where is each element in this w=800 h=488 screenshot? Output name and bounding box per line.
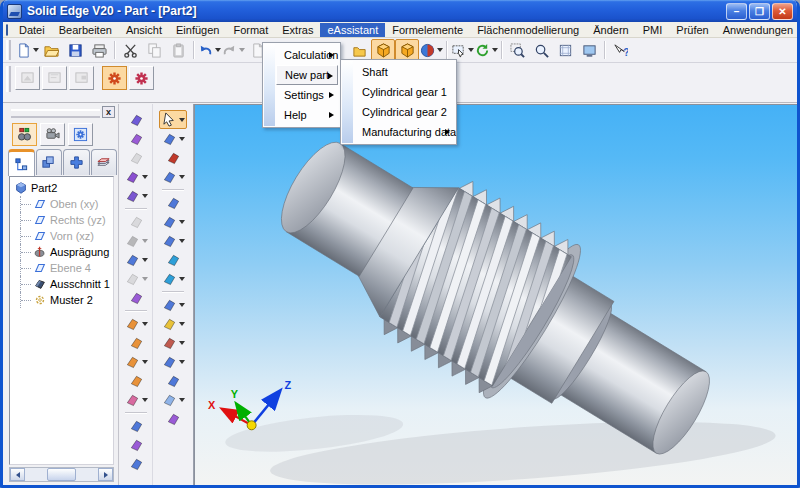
surface-tool-12-button[interactable] <box>122 435 150 454</box>
fit-view-button[interactable] <box>553 39 577 61</box>
feature-tool-8-button[interactable] <box>159 333 187 352</box>
undo-button[interactable] <box>197 39 221 61</box>
dropdown-arrow-icon[interactable] <box>468 48 474 52</box>
shaded-view-button[interactable] <box>371 39 395 61</box>
menubar-item-ndern[interactable]: Ändern <box>586 23 635 37</box>
sketch-step-button[interactable] <box>15 66 40 90</box>
surface-tool-8-button[interactable] <box>122 250 150 269</box>
tab-feature-pathfinder[interactable] <box>8 149 35 176</box>
feature-playback-button[interactable] <box>40 123 65 146</box>
curve-tool-4-button[interactable] <box>122 371 150 390</box>
dropdown-arrow-icon[interactable] <box>179 137 185 141</box>
eassistant-exchange-button[interactable] <box>129 66 154 90</box>
redo-button[interactable] <box>221 39 245 61</box>
surface-tool-11-button[interactable] <box>122 416 150 435</box>
menubar-item-format[interactable]: Format <box>226 23 275 37</box>
shaded-with-edges-view-button[interactable] <box>395 39 419 61</box>
surface-tool-7-button[interactable] <box>122 231 150 250</box>
submenu-item-manufacturing-data[interactable]: Manufacturing data <box>354 122 454 142</box>
scroll-thumb[interactable] <box>47 468 76 481</box>
dropdown-arrow-icon[interactable] <box>142 398 148 402</box>
dropdown-arrow-icon[interactable] <box>179 239 185 243</box>
surface-tool-6-button[interactable] <box>122 212 150 231</box>
surface-tool-9-button[interactable] <box>122 269 150 288</box>
save-button[interactable] <box>63 39 87 61</box>
dimension-step-button[interactable] <box>69 66 94 90</box>
profile-step-button[interactable] <box>42 66 67 90</box>
copy-button[interactable] <box>142 39 166 61</box>
goto-feature-button[interactable] <box>12 123 37 146</box>
submenu-item-cylindrical-gear-1[interactable]: Cylindrical gear 1 <box>354 82 454 102</box>
select-area-button[interactable] <box>450 39 474 61</box>
tree-item-part2[interactable]: Part2 <box>14 180 113 196</box>
dropdown-arrow-icon[interactable] <box>179 220 185 224</box>
dropdown-arrow-icon[interactable] <box>179 341 185 345</box>
surface-tool-1-button[interactable] <box>122 110 150 129</box>
previous-view-button[interactable] <box>577 39 601 61</box>
menubar-item-formelemente[interactable]: Formelemente <box>385 23 470 37</box>
curve-tool-5-button[interactable] <box>122 390 150 409</box>
surface-tool-10-button[interactable] <box>122 288 150 307</box>
surface-tool-13-button[interactable] <box>122 454 150 473</box>
menubar-item-einf-gen[interactable]: Einfügen <box>169 23 226 37</box>
scroll-track[interactable] <box>25 468 98 481</box>
close-button[interactable]: ✕ <box>772 3 793 20</box>
new-document-button[interactable] <box>15 39 39 61</box>
dropdown-arrow-icon[interactable] <box>142 175 148 179</box>
tree-item-oben-xy[interactable]: Oben (xy) <box>14 196 113 212</box>
zoom-area-button[interactable] <box>505 39 529 61</box>
view-style-button[interactable] <box>419 39 443 61</box>
tab-family-of-parts[interactable] <box>36 149 63 175</box>
feature-tool-2-button[interactable] <box>159 212 187 231</box>
named-views-button[interactable] <box>347 39 371 61</box>
toolbar-grip[interactable] <box>6 66 11 92</box>
tree-item-ebene-4[interactable]: Ebene 4 <box>14 260 113 276</box>
dropdown-arrow-icon[interactable] <box>239 48 245 52</box>
paste-button[interactable] <box>166 39 190 61</box>
feature-tool-9-button[interactable] <box>159 352 187 371</box>
dropdown-arrow-icon[interactable] <box>437 48 443 52</box>
dropdown-arrow-icon[interactable] <box>142 322 148 326</box>
plane-tool-button[interactable] <box>159 390 187 409</box>
menubar-item-fl-chenmodellierung[interactable]: Flächenmodellierung <box>470 23 586 37</box>
curve-tool-1-button[interactable] <box>122 314 150 333</box>
dropdown-arrow-icon[interactable] <box>179 175 185 179</box>
tree-hscrollbar[interactable] <box>9 467 114 482</box>
menubar-item-pr-fen[interactable]: Prüfen <box>669 23 715 37</box>
open-button[interactable] <box>39 39 63 61</box>
tree-item-ausschnitt-1[interactable]: Ausschnitt 1 <box>14 276 113 292</box>
sketch-tool-button[interactable] <box>159 129 187 148</box>
menu-item-settings[interactable]: Settings <box>276 85 338 105</box>
select-tool-button[interactable] <box>159 110 187 129</box>
menubar-item-anwendungen[interactable]: Anwendungen <box>716 23 800 37</box>
dropdown-arrow-icon[interactable] <box>179 277 185 281</box>
minimize-button[interactable]: – <box>726 3 747 20</box>
toolbar-grip[interactable] <box>6 40 11 59</box>
protrusion-tool-button[interactable] <box>159 148 187 167</box>
tree-item-vorn-xz[interactable]: Vorn (xz) <box>14 228 113 244</box>
feature-tool-4-button[interactable] <box>159 250 187 269</box>
dropdown-arrow-icon[interactable] <box>142 194 148 198</box>
menubar-item-extras[interactable]: Extras <box>275 23 320 37</box>
menubar-item-pmi[interactable]: PMI <box>636 23 670 37</box>
scroll-right-icon[interactable] <box>98 468 113 481</box>
menubar-item-bearbeiten[interactable]: Bearbeiten <box>52 23 119 37</box>
feature-tool-10-button[interactable] <box>159 409 187 428</box>
menubar-item-eassistant[interactable]: eAssistant <box>320 23 385 37</box>
tab-layers[interactable] <box>91 149 118 175</box>
dropdown-arrow-icon[interactable] <box>179 303 185 307</box>
submenu-item-shaft[interactable]: Shaft <box>354 62 454 82</box>
menu-item-calculation[interactable]: Calculation <box>276 45 338 65</box>
cut-button[interactable] <box>118 39 142 61</box>
dropdown-arrow-icon[interactable] <box>142 277 148 281</box>
maximize-button[interactable]: ❐ <box>749 3 770 20</box>
feature-tool-7-button[interactable] <box>159 314 187 333</box>
edgebar-options-button[interactable] <box>68 123 93 146</box>
feature-tool-5-button[interactable] <box>159 269 187 288</box>
menu-item-new-part[interactable]: New part <box>276 65 338 85</box>
dropdown-arrow-icon[interactable] <box>142 360 148 364</box>
surface-tool-4-button[interactable] <box>122 167 150 186</box>
help-button[interactable] <box>608 39 632 61</box>
feature-tool-6-button[interactable] <box>159 295 187 314</box>
dropdown-arrow-icon[interactable] <box>179 398 185 402</box>
